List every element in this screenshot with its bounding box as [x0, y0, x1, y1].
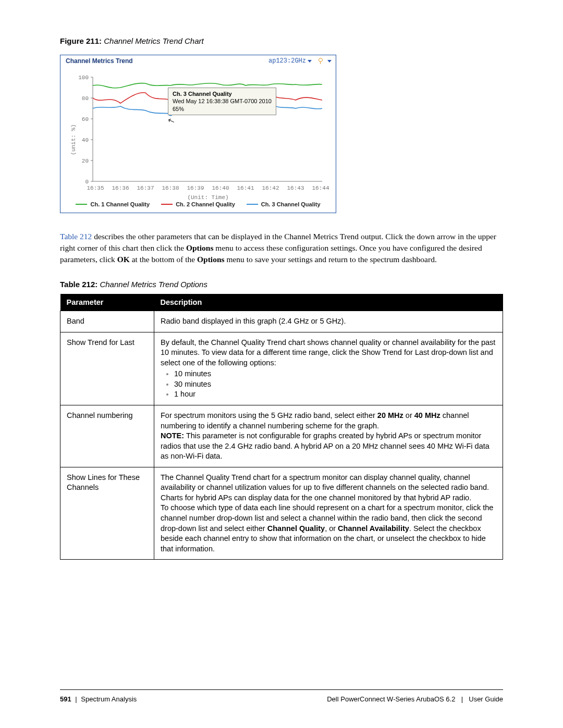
figure-number: Figure 211:: [60, 36, 102, 45]
chart-plot-area: 100 80 60 40 20 0 16:35 16:36: [60, 67, 336, 197]
xtick-label: 16:37: [137, 185, 154, 191]
footer-section: Spectrum Analysis: [81, 695, 137, 703]
table-ref-link[interactable]: Table 212: [60, 232, 92, 241]
param-cell: Channel numbering: [60, 405, 154, 467]
legend-swatch: [161, 204, 173, 205]
xtick-label: 16:41: [237, 185, 254, 191]
footer-left: 591 | Spectrum Analysis: [60, 695, 137, 703]
table-number: Table 212:: [60, 280, 97, 289]
footer-doc: User Guide: [469, 695, 503, 703]
page-footer: 591 | Spectrum Analysis Dell PowerConnec…: [60, 689, 503, 703]
desc-cell: The Channel Quality Trend chart for a sp…: [154, 467, 503, 560]
th-parameter: Parameter: [60, 294, 154, 311]
ytick-label: 0: [85, 179, 89, 185]
footer-right: Dell PowerConnect W-Series ArubaOS 6.2 |…: [327, 695, 503, 703]
chevron-down-icon: [308, 60, 312, 63]
figure-title: Channel Metrics Trend Chart: [104, 36, 203, 45]
tooltip-timestamp: Wed May 12 16:38:38 GMT-0700 2010: [173, 98, 272, 104]
pin-icon[interactable]: [317, 58, 323, 64]
ytick-label: 60: [82, 116, 89, 122]
list-item: 10 minutes: [174, 369, 496, 379]
xtick-label: 16:42: [262, 185, 279, 191]
body-paragraph: Table 212 describes the other parameters…: [60, 231, 503, 265]
th-description: Description: [154, 294, 503, 311]
options-menu-icon[interactable]: [327, 60, 332, 63]
band-dropdown-label: ap123:2GHz: [268, 57, 306, 65]
xtick-label: 16:36: [112, 185, 129, 191]
table-row: Show Lines for These Channels The Channe…: [60, 467, 503, 560]
ytick-label: 80: [82, 95, 89, 102]
x-axis-label: (Unit: Time): [187, 194, 228, 201]
table-title: Channel Metrics Trend Options: [100, 280, 207, 289]
desc-cell: By default, the Channel Quality Trend ch…: [154, 332, 503, 405]
tooltip-value: 65%: [173, 106, 184, 112]
legend-swatch: [76, 204, 87, 205]
table-row: Channel numbering For spectrum monitors …: [60, 405, 503, 467]
xtick-label: 16:43: [287, 185, 304, 191]
param-cell: Show Lines for These Channels: [60, 467, 154, 560]
xtick-label: 16:39: [187, 185, 204, 191]
ytick-label: 40: [82, 137, 89, 143]
param-cell: Show Trend for Last: [60, 332, 154, 405]
band-dropdown[interactable]: ap123:2GHz: [268, 57, 312, 65]
table-caption: Table 212: Channel Metrics Trend Options: [60, 280, 503, 289]
figure-caption: Figure 211: Channel Metrics Trend Chart: [60, 36, 503, 45]
desc-cell: Radio band displayed in this graph (2.4 …: [154, 311, 503, 332]
xtick-label: 16:44: [312, 185, 329, 191]
ytick-label: 20: [82, 158, 89, 164]
panel-title: Channel Metrics Trend: [66, 57, 268, 65]
desc-cell: For spectrum monitors using the 5 GHz ra…: [154, 405, 503, 467]
xtick-label: 16:35: [87, 185, 104, 191]
chart-tooltip: Ch. 3 Channel Quality Wed May 12 16:38:3…: [168, 88, 276, 115]
tooltip-title: Ch. 3 Channel Quality: [173, 91, 232, 97]
chart-titlebar: Channel Metrics Trend ap123:2GHz: [60, 55, 336, 67]
options-table: Parameter Description Band Radio band di…: [60, 294, 503, 560]
ytick-label: 100: [78, 75, 89, 81]
xtick-label: 16:38: [162, 185, 179, 191]
xtick-label: 16:40: [212, 185, 229, 191]
y-axis-label: (unit: %): [70, 124, 77, 155]
list-item: 1 hour: [174, 389, 496, 400]
list-item: 30 minutes: [174, 379, 496, 390]
page-number: 591: [60, 695, 71, 703]
channel-metrics-trend-panel: Channel Metrics Trend ap123:2GHz 100 80 …: [60, 55, 336, 213]
table-row: Band Radio band displayed in this graph …: [60, 311, 503, 332]
param-cell: Band: [60, 311, 154, 332]
legend-swatch: [247, 204, 258, 205]
table-row: Show Trend for Last By default, the Chan…: [60, 332, 503, 405]
footer-product: Dell PowerConnect W-Series ArubaOS 6.2: [327, 695, 455, 703]
